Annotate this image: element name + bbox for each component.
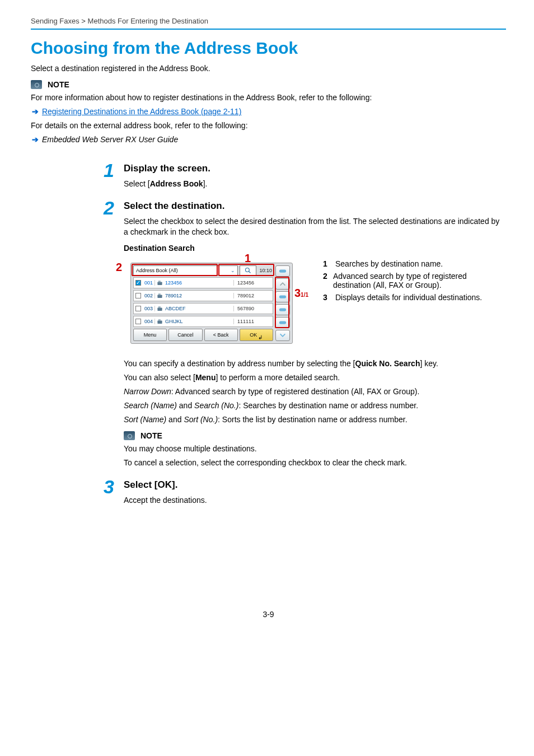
list-row[interactable]: 004 GHIJKL 111111: [133, 316, 273, 327]
destination-search-heading: Destination Search: [124, 244, 506, 253]
row-checkbox[interactable]: [134, 306, 143, 311]
device-sidebar: [275, 265, 290, 341]
step-1-heading: Display the screen.: [124, 163, 506, 174]
row-checkbox[interactable]: [134, 280, 143, 286]
page: Sending Faxes > Methods For Entering the…: [0, 0, 534, 636]
page-title: Choosing from the Address Book: [31, 39, 506, 58]
after-p2: You can also select [Menu] to perform a …: [124, 372, 506, 383]
device-clock: 10:10: [258, 268, 273, 273]
back-button[interactable]: < Back: [204, 329, 238, 341]
scroll-up-button[interactable]: [275, 278, 290, 290]
svg-rect-4: [157, 295, 162, 298]
svg-rect-9: [158, 319, 160, 320]
legend-item: 3 Displays details for individual destin…: [323, 293, 506, 302]
arrow-icon: ➔: [31, 134, 40, 145]
note2-line2: To cancel a selection, select the corres…: [124, 458, 506, 468]
address-book-dropdown[interactable]: Address Book (All) ⌄: [133, 265, 238, 276]
row-value: 789012: [233, 293, 273, 298]
external-ref: Embedded Web Server RX User Guide: [42, 135, 178, 144]
step-2-heading: Select the destination.: [124, 200, 506, 212]
row-name: 789012: [164, 293, 233, 298]
step-number-3: 3: [104, 477, 124, 496]
breadcrumb-topic: Methods For Entering the Destination: [88, 17, 208, 25]
chevron-down-icon: [279, 332, 287, 339]
svg-line-1: [249, 272, 251, 273]
row-value: 567890: [233, 306, 273, 311]
screen-row: 1 2 31/1 Address Book (All) ⌄: [124, 256, 506, 347]
procedure: 1 Display the screen. Select [Address Bo…: [31, 161, 506, 509]
legend-text: Advanced search by type of registered de…: [333, 272, 506, 290]
cancel-button[interactable]: Cancel: [168, 329, 202, 341]
search-icon: [245, 267, 251, 274]
device-screen: Address Book (All) ⌄ 10:10: [130, 263, 293, 344]
row-name: GHIJKL: [164, 319, 233, 324]
step-1-text: Select [Address Book].: [124, 179, 506, 189]
svg-rect-13: [279, 321, 286, 324]
link-register-destinations[interactable]: Registering Destinations in the Address …: [42, 107, 241, 116]
after-p1: You can specify a destination by address…: [124, 358, 506, 369]
note-icon: [124, 431, 135, 440]
detail-button-2[interactable]: [275, 291, 290, 302]
menu-button[interactable]: Menu: [133, 329, 167, 341]
step-2: 2 Select the destination. Select the che…: [104, 198, 506, 472]
legend-text: Searches by destination name.: [335, 259, 443, 268]
dropdown-label: Address Book (All): [136, 268, 178, 273]
header-rule: [31, 29, 506, 30]
detail-button-4[interactable]: [275, 317, 290, 328]
fax-icon: [155, 319, 164, 325]
legend-num: 2: [323, 272, 329, 290]
intro-text: Select a destination registered in the A…: [31, 63, 506, 74]
svg-point-0: [246, 268, 250, 272]
page-number: 3-9: [31, 610, 506, 619]
fax-icon: [155, 280, 164, 286]
chevron-up-icon: [279, 281, 287, 287]
svg-rect-8: [157, 320, 162, 324]
step-3-heading: Select [OK].: [124, 479, 506, 491]
step-number-2: 2: [104, 198, 124, 217]
note-header: NOTE: [31, 80, 506, 89]
row-name: ABCDEF: [164, 306, 233, 311]
legend-num: 3: [323, 293, 331, 302]
arrow-icon: ➔: [31, 106, 40, 117]
row-value: 123456: [233, 280, 273, 286]
callout-legend: 1 Searches by destination name. 2 Advanc…: [323, 256, 506, 305]
note-label: NOTE: [48, 80, 69, 89]
search-button[interactable]: [240, 265, 256, 276]
step-number-1: 1: [104, 161, 124, 180]
row-number: 003: [143, 306, 155, 311]
device-screenshot-wrap: 1 2 31/1 Address Book (All) ⌄: [124, 256, 306, 347]
device-topbar: Address Book (All) ⌄ 10:10: [133, 265, 273, 276]
detail-button-3[interactable]: [275, 304, 290, 315]
list-row[interactable]: 002 789012 789012: [133, 290, 273, 301]
step-3: 3 Select [OK]. Accept the destinations.: [104, 477, 506, 509]
svg-rect-12: [279, 309, 286, 311]
note1-link-row: ➔ Registering Destinations in the Addres…: [31, 106, 506, 117]
note2-line1: You may choose multiple destinations.: [124, 444, 506, 454]
list-row[interactable]: 003 ABCDEF 567890: [133, 303, 273, 314]
detail-button-1[interactable]: [275, 265, 290, 277]
breadcrumb: Sending Faxes > Methods For Entering the…: [31, 17, 506, 27]
fax-icon: [155, 293, 164, 299]
svg-rect-5: [158, 293, 160, 295]
row-name: 123456: [164, 280, 233, 286]
ok-button[interactable]: OK↲: [240, 329, 273, 341]
scroll-down-button[interactable]: [275, 330, 290, 341]
fax-icon: [155, 306, 164, 312]
row-checkbox[interactable]: [134, 293, 143, 298]
row-number: 002: [143, 293, 155, 298]
note-icon: [31, 80, 42, 89]
step-2-body: Select the destination. Select the check…: [124, 198, 506, 472]
note1-ref-row: ➔ Embedded Web Server RX User Guide: [31, 134, 506, 145]
svg-rect-3: [158, 281, 160, 282]
row-value: 111111: [233, 319, 273, 324]
device-bottombar: Menu Cancel < Back OK↲: [133, 329, 273, 341]
row-number: 001: [143, 280, 155, 286]
note1-text: For more information about how to regist…: [31, 92, 506, 103]
after-p5: Sort (Name) and Sort (No.): Sorts the li…: [124, 414, 506, 425]
row-checkbox[interactable]: [134, 319, 143, 324]
chevron-down-icon: ⌄: [231, 268, 235, 273]
list-row[interactable]: 001 123456 123456: [133, 277, 273, 288]
svg-rect-6: [157, 307, 162, 311]
row-number: 004: [143, 319, 155, 324]
step-1-body: Display the screen. Select [Address Book…: [124, 161, 506, 193]
